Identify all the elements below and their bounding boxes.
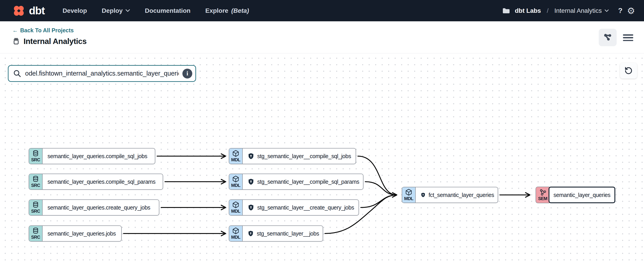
node-type-badge: SRC bbox=[29, 200, 42, 215]
back-arrow-icon: ← bbox=[12, 27, 18, 34]
node-type-badge: MDL bbox=[229, 200, 243, 215]
reset-rotate-ccw-icon bbox=[624, 66, 633, 75]
selector-input-value[interactable]: odel.fishtown_internal_analytics.semanti… bbox=[25, 70, 179, 77]
account-name[interactable]: dbt Labs bbox=[515, 7, 541, 14]
dbt-logo-icon bbox=[12, 4, 25, 17]
semantic-model-icon bbox=[539, 189, 546, 196]
nav-item-documentation[interactable]: Documentation bbox=[145, 7, 190, 14]
database-icon bbox=[32, 175, 39, 183]
navbar-right: dbt Labs / Internal Analytics ? ⚙ bbox=[502, 6, 635, 15]
cube-icon bbox=[232, 150, 239, 157]
lineage-node-src-compile-sql-params[interactable]: SRC semantic_layer_queries.compile_sql_p… bbox=[29, 174, 163, 190]
project-switcher[interactable]: Internal Analytics bbox=[554, 7, 609, 14]
title-row: Internal Analytics bbox=[12, 37, 644, 46]
lineage-view-button[interactable] bbox=[599, 29, 617, 46]
node-type-badge: MDL bbox=[402, 187, 416, 202]
node-label: fct_semantic_layer_queries bbox=[428, 192, 494, 198]
lineage-node-semantic-layer-queries-selected[interactable]: SEM semantic_layer_queries bbox=[536, 187, 615, 203]
node-type-badge: MDL bbox=[229, 174, 243, 189]
node-label: semantic_layer_queries.compile_sql_param… bbox=[48, 179, 156, 185]
node-label: semantic_layer_queries.jobs bbox=[48, 230, 116, 237]
nav-item-develop[interactable]: Develop bbox=[62, 7, 87, 14]
reset-view-button[interactable] bbox=[620, 63, 637, 79]
breadcrumb-separator: / bbox=[547, 7, 548, 14]
folder-icon bbox=[502, 8, 510, 14]
lineage-node-stg-compile-sql-params[interactable]: MDL stg_semantic_layer__compile_sql_para… bbox=[229, 174, 364, 190]
nav-item-explore[interactable]: Explore (Beta) bbox=[205, 7, 249, 14]
cube-icon bbox=[232, 175, 239, 183]
help-icon[interactable]: ? bbox=[618, 7, 623, 15]
lineage-node-stg-create-query-jobs[interactable]: MDL stg_semantic_layer__create_query_job… bbox=[229, 199, 359, 215]
node-type-badge: MDL bbox=[229, 226, 243, 241]
shield-icon bbox=[248, 153, 254, 159]
node-label: stg_semantic_layer__jobs bbox=[257, 230, 319, 237]
node-type-badge: SRC bbox=[29, 148, 42, 164]
chevron-down-icon bbox=[126, 9, 130, 12]
chevron-down-icon bbox=[604, 10, 609, 12]
beta-badge: (Beta) bbox=[231, 7, 249, 14]
page-title: Internal Analytics bbox=[24, 37, 86, 46]
lineage-node-src-jobs[interactable]: SRC semantic_layer_queries.jobs bbox=[29, 225, 122, 241]
info-icon[interactable]: i bbox=[182, 69, 192, 79]
lineage-node-fct-semantic-layer-queries[interactable]: MDL fct_semantic_layer_queries bbox=[402, 187, 498, 203]
top-navbar: dbt Develop Deploy Documentation Explore… bbox=[0, 0, 644, 21]
node-label: semantic_layer_queries bbox=[554, 192, 610, 198]
lineage-node-src-create-query-jobs[interactable]: SRC semantic_layer_queries.create_query_… bbox=[29, 199, 159, 215]
dbt-logo[interactable]: dbt bbox=[12, 4, 44, 17]
node-label: semantic_layer_queries.compile_sql_jobs bbox=[48, 153, 147, 159]
database-icon bbox=[32, 227, 39, 234]
nav-items: Develop Deploy Documentation Explore (Be… bbox=[62, 7, 249, 14]
shield-icon bbox=[248, 230, 254, 237]
selected-node-body: semantic_layer_queries bbox=[548, 187, 615, 203]
node-label: stg_semantic_layer__compile_sql_jobs bbox=[257, 153, 351, 159]
settings-gear-icon[interactable]: ⚙ bbox=[627, 6, 635, 15]
project-icon bbox=[12, 38, 20, 45]
database-icon bbox=[32, 201, 39, 208]
shield-icon bbox=[248, 204, 254, 211]
node-type-badge: SEM bbox=[536, 187, 550, 203]
dbt-logo-text: dbt bbox=[29, 5, 44, 17]
shield-icon bbox=[248, 178, 254, 185]
node-type-badge: SRC bbox=[29, 174, 42, 189]
cube-icon bbox=[232, 201, 239, 208]
lineage-node-stg-jobs[interactable]: MDL stg_semantic_layer__jobs bbox=[229, 225, 323, 241]
database-icon bbox=[32, 150, 39, 157]
node-type-badge: MDL bbox=[229, 148, 243, 164]
lineage-icon bbox=[603, 33, 612, 42]
lineage-node-src-compile-sql-jobs[interactable]: SRC semantic_layer_queries.compile_sql_j… bbox=[29, 148, 155, 164]
node-type-badge: SRC bbox=[29, 226, 42, 241]
node-label: semantic_layer_queries.create_query_jobs bbox=[48, 204, 150, 211]
shield-icon bbox=[420, 192, 426, 198]
lineage-selector-box[interactable]: odel.fishtown_internal_analytics.semanti… bbox=[8, 65, 196, 82]
lineage-node-stg-compile-sql-jobs[interactable]: MDL stg_semantic_layer__compile_sql_jobs bbox=[229, 148, 356, 164]
search-icon bbox=[13, 69, 22, 78]
lineage-canvas[interactable]: odel.fishtown_internal_analytics.semanti… bbox=[0, 53, 644, 262]
nav-item-deploy[interactable]: Deploy bbox=[102, 7, 130, 14]
node-label: stg_semantic_layer__compile_sql_params bbox=[257, 179, 359, 185]
node-label: stg_semantic_layer__create_query_jobs bbox=[257, 204, 354, 211]
project-header: ← Back To All Projects Internal Analytic… bbox=[0, 21, 644, 53]
hamburger-menu-icon[interactable] bbox=[623, 34, 633, 41]
back-to-projects-link[interactable]: ← Back To All Projects bbox=[12, 27, 74, 34]
cube-icon bbox=[232, 227, 239, 234]
cube-icon bbox=[405, 189, 412, 196]
